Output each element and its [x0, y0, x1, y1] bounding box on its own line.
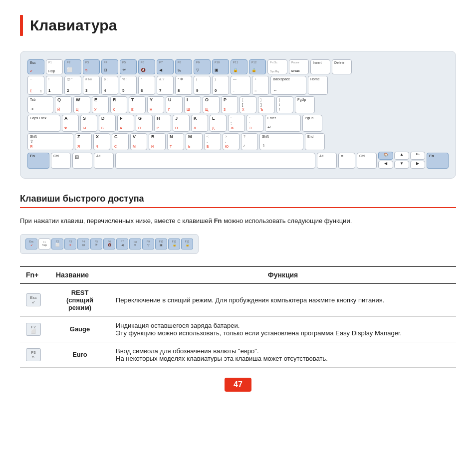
keyboard-row-3: Tab ⇥ Q Й W Ц E У R К T Е Y Н U Г — [27, 96, 449, 113]
key-prtsc: Prt Sc Sys Rq — [267, 59, 287, 74]
key-f5: F5 ✳ — [120, 59, 137, 74]
keyboard-row-2: ~ Ё1 ! 1 @ " 2 # № 3 $ ; 4 % : 5 ^ 6 & ? — [27, 76, 449, 95]
key-w: W Ц — [73, 96, 90, 113]
key-fn-right: Fn — [427, 153, 449, 169]
key-o: O Щ — [203, 96, 220, 113]
fn-key-emphasis: Fn — [214, 217, 222, 225]
key-f7: F7 ◀ — [157, 59, 174, 74]
keyboard-row-5: Shift ⇧ Я Z Я X Ч C С V М B И N Т M — [27, 133, 449, 150]
key-f2: F2 ⬜ — [64, 59, 81, 74]
key-0: ) 0 — [212, 76, 229, 95]
key-end: End — [305, 133, 325, 150]
key-z: Z Я — [75, 133, 92, 150]
key-fn: Fn — [27, 153, 49, 169]
fn-icon-cell: Esc ↙ — [20, 283, 50, 317]
key-j: J О — [173, 115, 190, 132]
key-ctrl-left: Ctrl — [51, 153, 71, 169]
key-desc-cell: Переключение в спящий режим. Для пробужд… — [110, 283, 456, 317]
col-name: Название — [50, 266, 110, 283]
arrow-cluster: 🏠 ▲ Fn ◀ ▼ ▶ — [378, 152, 425, 169]
key-f6: F6 🔇 — [138, 59, 155, 74]
key-alt-left: Alt — [94, 153, 114, 169]
key-space — [115, 153, 315, 169]
key-n: N Т — [167, 133, 184, 150]
key-enter: Enter ↵ — [265, 115, 301, 132]
key-f11: F11 🔒 — [231, 59, 247, 74]
key-shift-left: Shift ⇧ Я — [27, 133, 73, 150]
key-b: B И — [149, 133, 166, 150]
table-row: F3 €EuroВвод символа для обозначения вал… — [20, 342, 456, 367]
key-f10: F10 ▣ — [212, 59, 229, 74]
key-l: L Д — [210, 115, 227, 132]
key-c: C С — [112, 133, 129, 150]
sk-f7: F7 ◀ — [116, 238, 128, 249]
key-slash: ? / — [241, 133, 258, 150]
small-keyboard: Esc ↙ F1 Help F2 ⬜ F3 € F4 ⊟ F5 ✳ F6 🔇 F… — [20, 234, 199, 254]
key-f3: F3 € — [83, 59, 100, 74]
key-lbracket: { [ Х — [239, 96, 256, 113]
key-p: P З — [221, 96, 238, 113]
key-u: U Г — [166, 96, 183, 113]
sk-f11: F11 🔒 — [168, 238, 180, 249]
page-title: Клавиатура — [30, 17, 117, 34]
key-s: S Ы — [80, 115, 97, 132]
key-f8: F8 % — [175, 59, 192, 74]
key-pause: Pause Break — [289, 59, 309, 74]
key-d: D В — [99, 115, 116, 132]
key-f9: F9 ▽ — [194, 59, 211, 74]
key-backslash: | \ / — [276, 96, 293, 113]
key-y: Y Н — [147, 96, 164, 113]
key-x: X Ч — [93, 133, 110, 150]
keyboard-row-6: Fn Ctrl ⊞ Alt Alt ≡ Ctrl 🏠 — [27, 152, 449, 169]
sk-f6: F6 🔇 — [103, 238, 115, 249]
key-backspace: Backspace ← — [270, 76, 306, 95]
key-name-cell: Gauge — [50, 316, 110, 342]
key-3: # № 3 — [83, 76, 100, 95]
key-left-arrow: ◀ — [378, 161, 393, 169]
key-semicolon: : ; Ж — [228, 115, 245, 132]
key-home: Home — [308, 76, 328, 95]
key-name-cell: REST (спящий режим) — [50, 283, 110, 317]
key-pgup: PgUp — [295, 96, 315, 113]
key-a: A Ф — [62, 115, 79, 132]
key-right-arrow: ▶ — [410, 161, 425, 169]
key-8: * ✱ 8 — [175, 76, 192, 95]
key-tab: Tab ⇥ — [27, 96, 53, 113]
key-down-arrow: ▼ — [394, 161, 409, 169]
key-7: & ? 7 — [157, 76, 174, 95]
sk-f8: F8 % — [129, 238, 141, 249]
hotkey-description: При нажатии клавиш, перечисленных ниже, … — [20, 216, 456, 226]
key-v: V М — [130, 133, 147, 150]
sk-f10: F10 ▣ — [155, 238, 167, 249]
sk-f4: F4 ⊟ — [77, 238, 89, 249]
key-equal: + = — [252, 76, 269, 95]
key-up-arrow-section: 🏠 — [378, 152, 393, 160]
key-r: R К — [110, 96, 127, 113]
key-desc-cell: Ввод символа для обозначения валюты "евр… — [110, 342, 456, 367]
fn-icon-cell: F2 ⬜ — [20, 316, 50, 342]
sk-f3: F3 € — [64, 238, 76, 249]
key-f4: F4 ⊟ — [101, 59, 118, 74]
key-comma: < , Б — [204, 133, 221, 150]
accent-bar — [20, 15, 23, 36]
key-win: ⊞ — [72, 153, 92, 169]
page-number: 47 — [225, 378, 251, 392]
key-insert: Insert — [310, 59, 330, 74]
key-minus: — - — [231, 76, 250, 95]
key-t: T Е — [129, 96, 146, 113]
key-tilde: ~ Ё1 — [27, 76, 44, 95]
key-capslock: Caps Lock — [27, 115, 60, 132]
col-func: Функция — [110, 266, 456, 283]
key-5: % : 5 — [120, 76, 137, 95]
keyboard-illustration: Esc ↙ F1 Help F2 ⬜ F3 € F4 ⊟ F5 ✳ F6 🔇 F… — [20, 51, 456, 179]
key-f1: F1 Help — [46, 59, 63, 74]
keyboard-row-4: Caps Lock A Ф S Ы D В F А G П H Р J О — [27, 115, 449, 132]
key-f12: F12 🔒 — [249, 59, 266, 74]
page-number-wrapper: 47 — [20, 378, 456, 392]
key-ctrl-right: Ctrl — [357, 153, 377, 169]
key-q: Q Й — [55, 96, 72, 113]
key-4: $ ; 4 — [101, 76, 118, 95]
key-2: @ " 2 — [64, 76, 81, 95]
sk-f9: F9 ▽ — [142, 238, 154, 249]
key-shift-right: Shift ⇧ — [259, 133, 303, 150]
